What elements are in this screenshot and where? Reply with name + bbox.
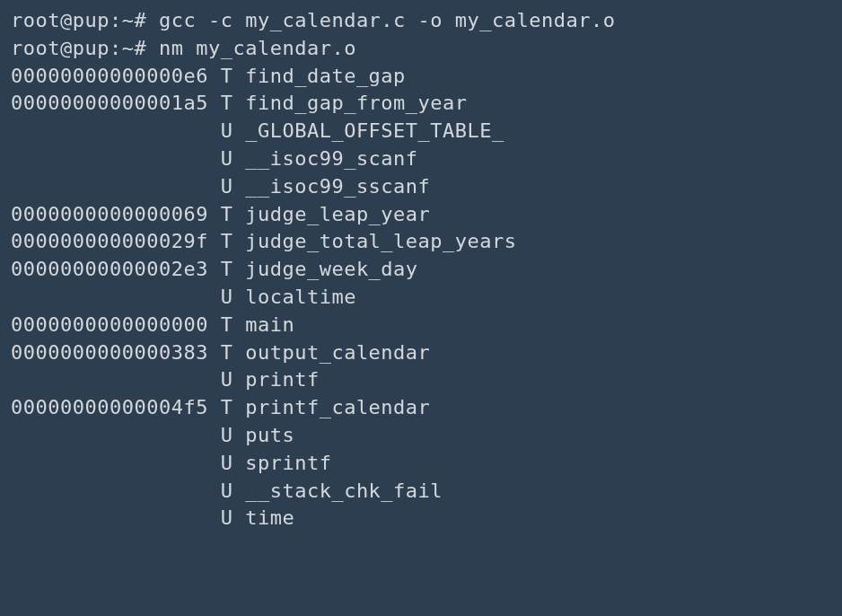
- symbol-type: U: [221, 452, 233, 474]
- symbol-address: 0000000000000069: [11, 203, 208, 225]
- symbol-type: T: [221, 396, 233, 418]
- symbol-address: 0000000000000383: [11, 341, 208, 364]
- symbol-address: 00000000000002e3: [11, 258, 208, 280]
- terminal-output[interactable]: root@pup:~# gcc -c my_calendar.c -o my_c…: [11, 7, 831, 532]
- symbol-name: output_calendar: [245, 341, 430, 364]
- symbol-type: U: [221, 506, 233, 529]
- symbol-row: 0000000000000000 T main: [11, 312, 831, 339]
- symbol-address: 000000000000029f: [11, 230, 208, 252]
- symbol-name: time: [245, 506, 294, 529]
- symbol-name: printf: [245, 368, 319, 391]
- symbol-name: __isoc99_sscanf: [245, 175, 430, 198]
- symbol-name: find_gap_from_year: [245, 92, 467, 114]
- symbol-type: T: [221, 341, 233, 364]
- symbol-row: U time: [11, 505, 831, 532]
- command-line-1: root@pup:~# gcc -c my_calendar.c -o my_c…: [11, 7, 831, 35]
- symbol-name: judge_total_leap_years: [245, 230, 516, 252]
- symbol-address: [11, 480, 208, 502]
- symbol-address: [11, 452, 208, 474]
- symbol-type: U: [221, 175, 233, 198]
- symbol-row: U __stack_chk_fail: [11, 478, 831, 506]
- symbol-name: find_date_gap: [245, 65, 406, 87]
- symbol-name: __stack_chk_fail: [245, 480, 443, 502]
- nm-command: nm my_calendar.o: [159, 37, 356, 59]
- symbol-name: judge_week_day: [245, 258, 417, 280]
- symbol-name: sprintf: [245, 452, 331, 474]
- shell-prompt: root@pup:~#: [11, 9, 159, 31]
- symbol-address: [11, 368, 208, 391]
- symbol-row: 0000000000000069 T judge_leap_year: [11, 201, 831, 229]
- symbol-name: printf_calendar: [245, 396, 430, 418]
- symbol-type: U: [221, 368, 233, 391]
- symbol-name: puts: [245, 424, 294, 446]
- symbol-address: [11, 147, 208, 170]
- symbol-type: T: [221, 65, 233, 87]
- symbol-type: U: [221, 424, 233, 446]
- symbol-row: U __isoc99_scanf: [11, 145, 831, 173]
- symbol-name: judge_leap_year: [245, 203, 430, 225]
- symbol-row: 00000000000004f5 T printf_calendar: [11, 394, 831, 422]
- symbol-address: 00000000000000e6: [11, 65, 208, 87]
- symbol-address: 00000000000004f5: [11, 396, 208, 418]
- symbol-address: [11, 286, 208, 308]
- symbol-row: 000000000000029f T judge_total_leap_year…: [11, 228, 831, 256]
- symbol-row: 0000000000000383 T output_calendar: [11, 339, 831, 367]
- symbol-type: T: [221, 203, 233, 225]
- symbol-row: U __isoc99_sscanf: [11, 173, 831, 201]
- symbol-row: U puts: [11, 422, 831, 450]
- command-line-2: root@pup:~# nm my_calendar.o: [11, 35, 831, 63]
- symbol-address: [11, 506, 208, 529]
- symbol-type: T: [221, 258, 233, 280]
- symbol-type: T: [221, 313, 233, 336]
- symbol-address: 0000000000000000: [11, 313, 208, 336]
- symbol-row: U localtime: [11, 284, 831, 312]
- symbol-type: T: [221, 92, 233, 114]
- symbol-name: main: [245, 313, 294, 336]
- shell-prompt: root@pup:~#: [11, 37, 159, 59]
- symbol-name: _GLOBAL_OFFSET_TABLE_: [245, 119, 504, 142]
- symbol-type: T: [221, 230, 233, 252]
- gcc-command: gcc -c my_calendar.c -o my_calendar.o: [159, 9, 616, 31]
- symbol-type: U: [221, 480, 233, 502]
- symbol-name: __isoc99_scanf: [245, 147, 417, 170]
- symbol-row: U _GLOBAL_OFFSET_TABLE_: [11, 118, 831, 145]
- symbol-type: U: [221, 286, 233, 308]
- symbol-type: U: [221, 147, 233, 170]
- symbol-row: U sprintf: [11, 450, 831, 478]
- symbol-address: [11, 119, 208, 142]
- symbol-row: 00000000000001a5 T find_gap_from_year: [11, 90, 831, 118]
- symbol-address: [11, 175, 208, 198]
- symbol-type: U: [221, 119, 233, 142]
- symbol-address: 00000000000001a5: [11, 92, 208, 114]
- symbol-address: [11, 424, 208, 446]
- symbol-row: 00000000000000e6 T find_date_gap: [11, 63, 831, 91]
- symbol-name: localtime: [245, 286, 356, 308]
- symbol-row: 00000000000002e3 T judge_week_day: [11, 256, 831, 284]
- symbol-row: U printf: [11, 366, 831, 394]
